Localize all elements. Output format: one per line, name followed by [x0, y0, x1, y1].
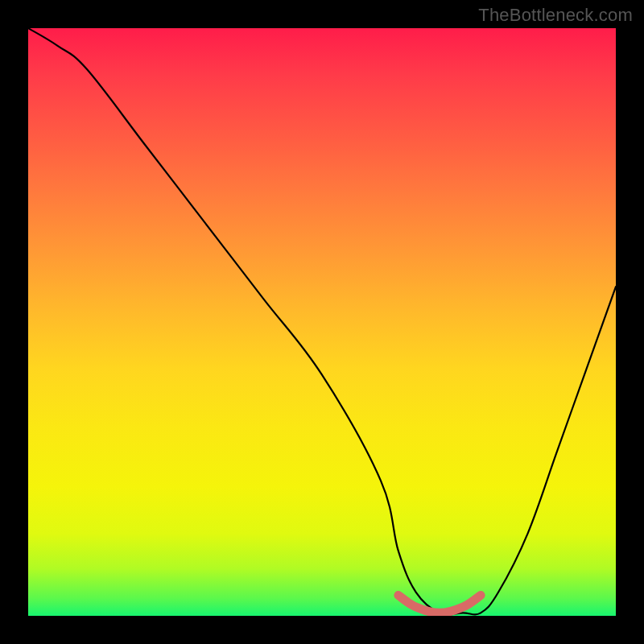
watermark-text: TheBottleneck.com: [478, 5, 633, 26]
plot-area: [28, 28, 616, 616]
chart-svg: [28, 28, 616, 616]
bottleneck-floor-highlight: [398, 595, 481, 613]
chart-frame: TheBottleneck.com: [0, 0, 644, 644]
bottleneck-curve-line: [28, 28, 616, 614]
